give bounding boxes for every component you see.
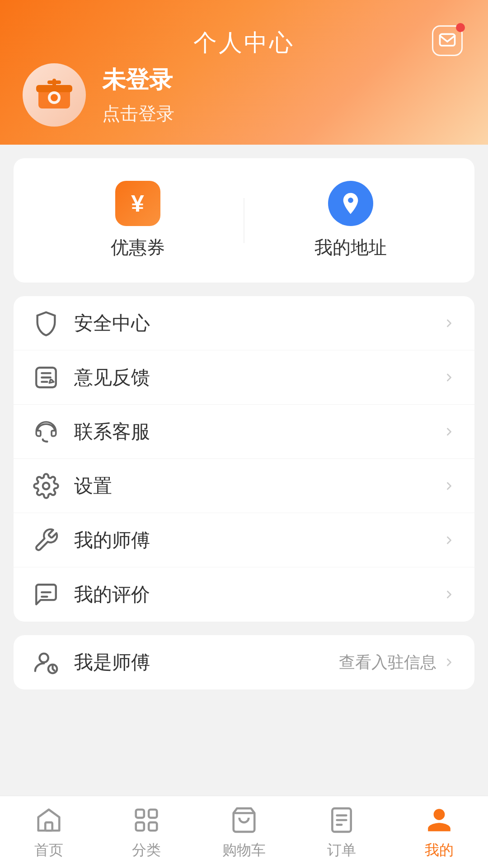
nav-category-label: 分类 xyxy=(132,840,161,860)
gear-icon xyxy=(32,472,61,500)
address-action[interactable]: 我的地址 xyxy=(244,181,456,260)
chevron-right-icon xyxy=(442,316,456,330)
nav-category[interactable]: 分类 xyxy=(98,804,195,860)
nav-order[interactable]: 订单 xyxy=(293,804,390,860)
feedback-label: 意见反馈 xyxy=(74,365,428,390)
review-right xyxy=(442,587,456,602)
yuan-icon: ¥ xyxy=(131,190,144,217)
user-login-hint[interactable]: 点击登录 xyxy=(102,101,174,126)
address-label: 我的地址 xyxy=(314,235,387,260)
security-label: 安全中心 xyxy=(74,311,428,336)
grid-icon xyxy=(131,804,162,836)
headset-icon xyxy=(32,417,61,446)
svg-rect-0 xyxy=(440,34,455,46)
home-icon xyxy=(33,804,65,836)
notification-icon xyxy=(432,25,463,56)
edit-icon xyxy=(32,363,61,392)
svg-rect-17 xyxy=(149,822,157,830)
chevron-right-icon-4 xyxy=(442,479,456,493)
i-am-master-right[interactable]: 查看入驻信息 xyxy=(339,651,456,674)
master-hint-text: 查看入驻信息 xyxy=(339,651,436,674)
menu-item-i-am-master[interactable]: 我是师傅 查看入驻信息 xyxy=(14,635,474,689)
cart-icon xyxy=(228,804,260,836)
chevron-right-icon-5 xyxy=(442,533,456,547)
chevron-right-icon-6 xyxy=(442,587,456,602)
svg-point-4 xyxy=(51,94,58,101)
menu-card: 安全中心 意见反馈 联系客 xyxy=(14,296,474,622)
quick-actions-card: ¥ 优惠券 我的地址 xyxy=(14,158,474,283)
chevron-right-icon-2 xyxy=(442,370,456,385)
coupon-action[interactable]: ¥ 优惠券 xyxy=(32,181,244,260)
person-badge-icon xyxy=(32,648,61,677)
chevron-right-icon-3 xyxy=(442,425,456,439)
person-icon xyxy=(423,804,455,836)
service-label: 联系客服 xyxy=(74,419,428,444)
nav-home-label: 首页 xyxy=(34,840,63,860)
svg-rect-14 xyxy=(136,809,144,817)
settings-label: 设置 xyxy=(74,473,428,499)
service-right xyxy=(442,425,456,439)
nav-order-label: 订单 xyxy=(327,840,356,860)
page-title: 个人中心 xyxy=(0,0,488,59)
my-master-right xyxy=(442,533,456,547)
svg-rect-6 xyxy=(47,80,61,84)
review-label: 我的评价 xyxy=(74,582,428,607)
nav-home[interactable]: 首页 xyxy=(0,804,98,860)
notification-dot xyxy=(456,23,465,32)
menu-item-review[interactable]: 我的评价 xyxy=(14,567,474,622)
security-right xyxy=(442,316,456,330)
menu-item-service[interactable]: 联系客服 xyxy=(14,405,474,459)
user-info: 未登录 点击登录 xyxy=(102,64,174,126)
chevron-right-icon-7 xyxy=(442,655,456,670)
wrench-icon xyxy=(32,526,61,555)
svg-rect-16 xyxy=(136,822,144,830)
menu-item-feedback[interactable]: 意见反馈 xyxy=(14,350,474,405)
coupon-icon-wrap: ¥ xyxy=(115,181,160,226)
notification-button[interactable] xyxy=(429,23,465,59)
menu-item-security[interactable]: 安全中心 xyxy=(14,296,474,350)
header-bg: 个人中心 未登录 点击登录 xyxy=(0,0,488,145)
coupon-label: 优惠券 xyxy=(111,235,165,260)
master-card: 我是师傅 查看入驻信息 xyxy=(14,635,474,689)
settings-right xyxy=(442,479,456,493)
feedback-right xyxy=(442,370,456,385)
nav-mine-label: 我的 xyxy=(425,840,454,860)
address-icon-wrap xyxy=(328,181,373,226)
nav-cart[interactable]: 购物车 xyxy=(195,804,293,860)
nav-cart-label: 购物车 xyxy=(222,840,266,860)
document-icon xyxy=(326,804,357,836)
shield-icon xyxy=(32,309,61,338)
user-section[interactable]: 未登录 点击登录 xyxy=(23,63,174,127)
user-name: 未登录 xyxy=(102,64,174,96)
svg-rect-15 xyxy=(149,809,157,817)
i-am-master-label: 我是师傅 xyxy=(74,650,325,675)
avatar xyxy=(23,63,86,127)
svg-point-11 xyxy=(40,654,48,662)
svg-rect-13 xyxy=(45,822,52,830)
comment-icon xyxy=(32,580,61,609)
menu-item-settings[interactable]: 设置 xyxy=(14,459,474,513)
nav-mine[interactable]: 我的 xyxy=(390,804,488,860)
my-master-label: 我的师傅 xyxy=(74,528,428,553)
bottom-nav: 首页 分类 购物车 xyxy=(0,796,488,868)
menu-item-my-master[interactable]: 我的师傅 xyxy=(14,513,474,567)
svg-point-8 xyxy=(43,482,50,489)
